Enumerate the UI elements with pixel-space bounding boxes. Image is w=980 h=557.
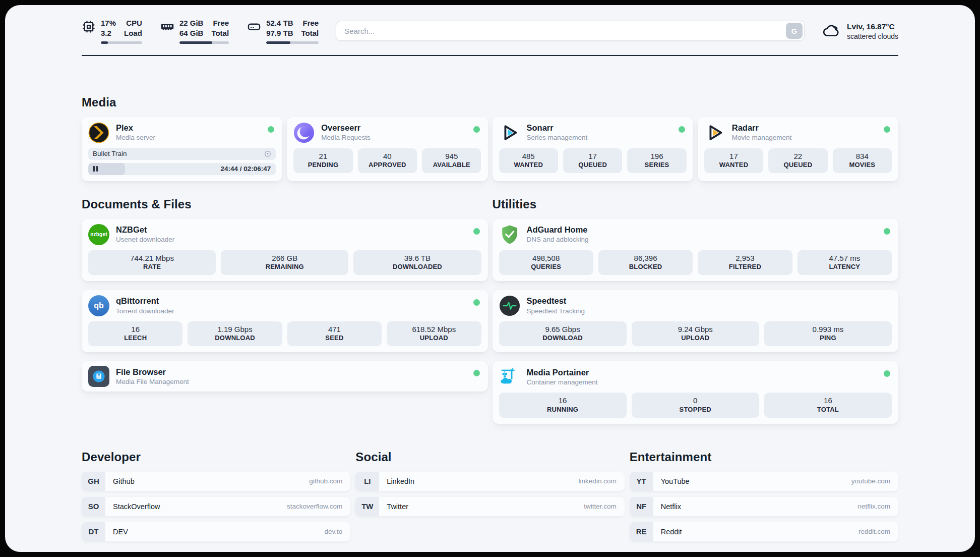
stat-filtered: 2,953 FILTERED	[698, 250, 792, 275]
bookmark-reddit[interactable]: RE Reddit reddit.com	[630, 522, 898, 541]
bookmark-github[interactable]: GH Github github.com	[82, 472, 350, 491]
app-name: Media Portainer	[527, 367, 598, 378]
cloud-icon	[822, 21, 841, 40]
app-name: AdGuard Home	[527, 225, 589, 235]
stat-queries: 498,508 QUERIES	[499, 250, 593, 275]
playback-progressbar: 24:44 / 02:06:47	[88, 163, 276, 175]
header-divider	[82, 55, 898, 56]
app-name: Plex	[116, 123, 155, 133]
bookmark-abbr: SO	[82, 497, 105, 516]
app-name: Overseerr	[321, 123, 371, 133]
bookmark-abbr: TW	[355, 497, 379, 516]
disk-widget: 52.4 TB 97.9 TB Free Total	[247, 18, 319, 44]
bookmark-label: DEV	[113, 528, 128, 536]
weather-widget: Lviv, 16.87°C scattered clouds	[822, 21, 898, 40]
bookmark-abbr: YT	[630, 472, 653, 491]
app-card-radarr[interactable]: Radarr Movie management 17 WANTED 22 QUE…	[698, 117, 898, 181]
section-title-utilities: Utilities	[493, 197, 899, 211]
bookmark-label: Netflix	[661, 503, 681, 511]
session-target-icon[interactable]	[264, 150, 272, 158]
stat-wanted: 17 WANTED	[704, 148, 763, 173]
section-title-entertainment: Entertainment	[630, 450, 898, 464]
stat-upload: 9.24 Gbps UPLOAD	[632, 321, 759, 346]
app-card-nzbget[interactable]: nzbget NZBGet Usenet downloader 744.21 M…	[82, 219, 488, 281]
app-card-overseerr[interactable]: Overseerr Media Requests 21 PENDING 40 A…	[287, 117, 487, 181]
bookmark-url: linkedin.com	[579, 477, 617, 485]
stat-queued: 22 QUEUED	[768, 148, 827, 173]
section-title-documents: Documents & Files	[82, 197, 488, 211]
bookmark-linkedin[interactable]: LI LinkedIn linkedin.com	[355, 472, 624, 491]
bookmark-abbr: RE	[630, 522, 653, 541]
ram-widget: 22 GiB 64 GiB Free Total	[160, 18, 229, 44]
links-column-social: Social LI LinkedIn linkedin.com TW Twitt…	[355, 424, 624, 516]
bookmark-url: reddit.com	[859, 528, 890, 535]
stat-pending: 21 PENDING	[293, 148, 352, 173]
stat-total: 16 TOTAL	[764, 393, 892, 417]
app-card-sonarr[interactable]: Sonarr Series management 485 WANTED 17 Q…	[493, 117, 693, 181]
disk-free-label: Free	[301, 18, 319, 28]
app-subtitle: Container management	[527, 378, 598, 387]
overseerr-icon	[293, 122, 315, 143]
bookmark-youtube[interactable]: YT YouTube youtube.com	[630, 472, 898, 491]
cpu-widget: 17% 3.2 CPU Load	[82, 18, 142, 44]
app-card-plex[interactable]: Plex Media server Bullet Train 24:44 /	[82, 117, 282, 181]
section-title-social: Social	[355, 450, 624, 464]
app-subtitle: Media File Management	[116, 377, 189, 386]
bookmark-twitter[interactable]: TW Twitter twitter.com	[355, 497, 624, 516]
cpu-load-value: 3.2	[101, 28, 116, 38]
cpu-progressbar	[101, 41, 142, 44]
qbittorrent-icon: qb	[88, 295, 109, 316]
app-card-speedtest[interactable]: Speedtest Speedtest Tracking 9.65 Gbps D…	[493, 290, 899, 352]
stat-available: 945 AVAILABLE	[422, 148, 481, 173]
cpu-label: CPU	[124, 18, 142, 28]
utilities-column: Utilities AdGuard Home DNS and adblockin…	[493, 181, 899, 424]
bookmark-url: twitter.com	[584, 503, 617, 510]
bookmark-label: LinkedIn	[387, 477, 414, 485]
stat-wanted: 485 WANTED	[499, 148, 558, 173]
adguard-icon	[499, 224, 520, 245]
stat-upload: 618.52 Mbps UPLOAD	[387, 321, 481, 346]
bookmark-netflix[interactable]: NF Netflix netflix.com	[630, 497, 898, 516]
plex-now-playing: Bullet Train 24:44 / 02:06:47	[88, 148, 276, 175]
now-playing-title: Bullet Train	[93, 150, 127, 157]
stat-movies: 834 MOVIES	[833, 148, 892, 173]
app-card-adguard[interactable]: AdGuard Home DNS and adblocking 498,508 …	[493, 219, 899, 281]
filebrowser-icon	[88, 366, 109, 387]
search-input[interactable]	[336, 21, 805, 41]
bookmark-label: YouTube	[661, 477, 690, 485]
cpu-load-label: Load	[124, 28, 142, 38]
status-dot-online	[884, 228, 890, 235]
stat-running: 16 RUNNING	[499, 393, 627, 417]
stat-queued: 17 QUEUED	[563, 148, 622, 173]
status-dot-online	[473, 370, 480, 376]
bookmark-url: netflix.com	[858, 503, 890, 510]
app-subtitle: Media Requests	[321, 133, 371, 142]
app-subtitle: Movie management	[732, 133, 792, 142]
app-name: File Browser	[116, 367, 189, 377]
dashboard-page: 17% 3.2 CPU Load	[5, 5, 975, 552]
stat-series: 196 SERIES	[627, 148, 686, 173]
pause-icon[interactable]	[93, 166, 98, 172]
bookmark-dev[interactable]: DT DEV dev.to	[82, 522, 350, 541]
ram-total-label: Total	[211, 28, 229, 38]
app-card-portainer[interactable]: Media Portainer Container management 16 …	[493, 361, 899, 423]
weather-condition: scattered clouds	[847, 32, 898, 40]
radarr-icon	[704, 122, 725, 143]
search-engine-button[interactable]: G	[786, 23, 803, 39]
stat-blocked: 86,396 BLOCKED	[598, 250, 693, 275]
app-card-qbittorrent[interactable]: qb qBittorrent Torrent downloader 16 LEE…	[82, 290, 488, 352]
app-name: Sonarr	[527, 123, 588, 133]
bookmark-abbr: DT	[82, 522, 105, 541]
system-stats: 17% 3.2 CPU Load	[82, 18, 319, 44]
status-dot-online	[679, 126, 685, 133]
disk-total-value: 97.9 TB	[266, 28, 293, 38]
stat-rate: 744.21 Mbps RATE	[88, 250, 216, 275]
app-card-filebrowser[interactable]: File Browser Media File Management	[82, 361, 488, 392]
media-cards-row: Plex Media server Bullet Train 24:44 /	[82, 117, 898, 181]
documents-column: Documents & Files nzbget NZBGet Usenet d…	[82, 181, 488, 392]
bookmark-stackoverflow[interactable]: SO StackOverflow stackoverflow.com	[82, 497, 350, 516]
stat-latency: 47.57 ms LATENCY	[798, 250, 892, 275]
bookmark-label: Github	[113, 477, 135, 485]
plex-icon	[88, 122, 109, 143]
stat-stopped: 0 STOPPED	[632, 393, 759, 417]
